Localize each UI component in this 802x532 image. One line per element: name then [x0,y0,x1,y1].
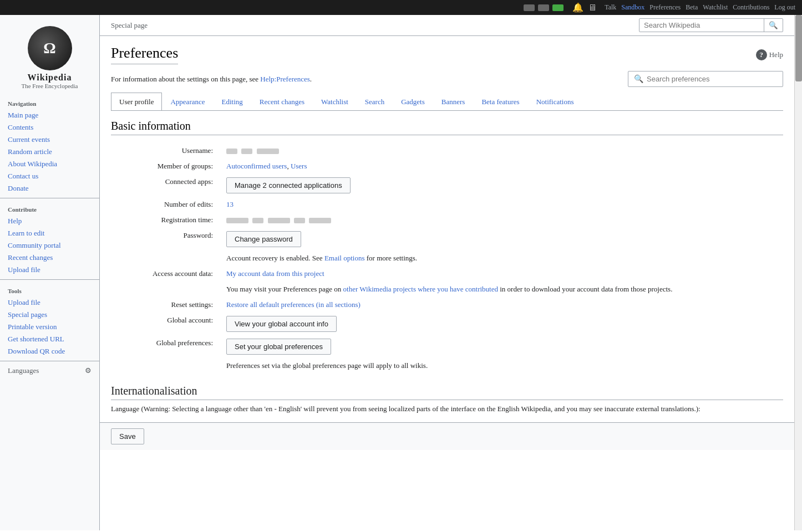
tab-beta-features[interactable]: Beta features [473,93,527,111]
sidebar-item-recent-changes[interactable]: Recent changes [0,252,99,264]
sidebar-item-donate[interactable]: Donate [0,182,99,195]
restore-defaults-link[interactable]: Restore all default preferences (in all … [226,300,361,309]
sidebar-item-main-page[interactable]: Main page [0,109,99,121]
site-search-button[interactable]: 🔍 [764,19,783,32]
main-panel: Basic information Username: Member of gr… [100,111,794,422]
sidebar-item-short-url[interactable]: Get shortened URL [0,333,99,345]
tab-search[interactable]: Search [357,93,393,111]
redacted-reg-2 [252,218,263,223]
pref-search: 🔍 [628,71,783,87]
sandbox-link[interactable]: Sandbox [621,3,644,11]
sidebar-item-printable[interactable]: Printable version [0,321,99,333]
sidebar-item-upload[interactable]: Upload file [0,264,99,276]
logo-symbol: Ω [43,39,55,57]
preferences-link[interactable]: Preferences [649,3,681,11]
sidebar: Ω Wikipedia The Free Encyclopedia Naviga… [0,15,100,530]
logout-link[interactable]: Log out [774,3,795,11]
sidebar-item-qr-code[interactable]: Download QR code [0,345,99,357]
email-options-link[interactable]: Email options [324,254,365,262]
account-recovery-row: Account recovery is enabled. See Email o… [111,250,783,266]
navigation-section: Navigation Main page Contents Current ev… [0,98,99,195]
navigation-title: Navigation [0,98,99,109]
languages-row: Languages ⚙ [0,365,99,377]
sidebar-item-random-article[interactable]: Random article [0,146,99,158]
page-title: Preferences [111,45,178,64]
redacted-reg-1 [226,218,248,223]
contribute-section: Contribute Help Learn to edit Community … [0,204,99,276]
sidebar-item-about[interactable]: About Wikipedia [0,158,99,170]
scrollbar-thumb[interactable] [795,15,802,81]
gear-icon[interactable]: ⚙ [85,366,92,375]
redacted-username-2 [241,149,252,154]
contributions-link[interactable]: Contributions [733,3,769,11]
global-account-row: Global account: View your global account… [111,313,783,335]
tools-section: Tools Upload file Special pages Printabl… [0,285,99,357]
edits-link[interactable]: 13 [226,200,234,208]
watchlist-link[interactable]: Watchlist [703,3,728,11]
content: Special page 🔍 Preferences ? Help For in… [100,15,794,530]
edits-label: Number of edits: [111,197,222,212]
scrollbar-area[interactable] [794,15,802,530]
pref-info-text: For information about the settings on th… [111,75,312,84]
content-top: Special page 🔍 [100,15,794,36]
top-links: Talk Sandbox Preferences Beta Watchlist … [601,3,795,12]
edits-value: 13 [222,197,783,212]
sidebar-item-contact[interactable]: Contact us [0,170,99,182]
bell-icon[interactable]: 🔔 [572,2,583,13]
password-row: Password: Change password [111,228,783,250]
connected-apps-row: Connected apps: Manage 2 connected appli… [111,174,783,197]
logo-circle: Ω [28,26,72,70]
wikimedia-note: You may visit your Preferences page on o… [222,282,783,297]
layout: Ω Wikipedia The Free Encyclopedia Naviga… [0,15,802,530]
save-button[interactable]: Save [111,428,144,444]
change-password-button[interactable]: Change password [226,231,301,247]
beta-link[interactable]: Beta [686,3,698,11]
redacted-username-1 [226,149,237,154]
global-prefs-button[interactable]: Set your global preferences [226,339,331,355]
tab-editing[interactable]: Editing [214,93,251,111]
sidebar-item-community[interactable]: Community portal [0,239,99,252]
monitor-icon[interactable]: 🖥 [588,3,597,13]
sidebar-divider-2 [0,279,99,280]
tabs: User profile Appearance Editing Recent c… [111,93,783,111]
global-prefs-note: Preferences set via the global preferenc… [222,358,783,374]
reset-label: Reset settings: [111,297,222,313]
pref-search-input[interactable] [647,75,777,83]
users-link[interactable]: Users [291,162,307,170]
tab-watchlist[interactable]: Watchlist [313,93,357,111]
languages-label: Languages [8,366,39,375]
language-warning: Language (Warning: Selecting a language … [111,405,783,413]
sidebar-item-help[interactable]: Help [0,215,99,227]
manage-apps-button[interactable]: Manage 2 connected applications [226,177,351,193]
basic-info-heading: Basic information [111,120,783,135]
tab-gadgets[interactable]: Gadgets [393,93,433,111]
tab-notifications[interactable]: Notifications [528,93,582,111]
sidebar-item-learn-edit[interactable]: Learn to edit [0,227,99,239]
sidebar-item-upload-file[interactable]: Upload file [0,296,99,309]
global-account-button[interactable]: View your global account info [226,316,337,332]
wikimedia-note-label-empty [111,282,222,297]
reset-value: Restore all default preferences (in all … [222,297,783,313]
sidebar-item-contents[interactable]: Contents [0,121,99,134]
tab-banners[interactable]: Banners [433,93,474,111]
my-account-data-link[interactable]: My account data from this project [226,269,324,278]
wikimedia-projects-link[interactable]: other Wikimedia projects where you have … [343,285,498,293]
talk-link[interactable]: Talk [605,3,616,11]
groups-label: Member of groups: [111,158,222,174]
pref-info-link[interactable]: Help:Preferences [260,75,310,83]
redacted-username-3 [257,149,279,154]
groups-value: Autoconfirmed users, Users [222,158,783,174]
tab-user-profile[interactable]: User profile [111,93,162,111]
site-search-input[interactable] [639,19,764,32]
tab-appearance[interactable]: Appearance [162,93,213,111]
global-account-label: Global account: [111,313,222,335]
access-account-row: Access account data: My account data fro… [111,266,783,282]
autoconfirmed-link[interactable]: Autoconfirmed users [226,162,287,170]
contribute-title: Contribute [0,204,99,215]
global-prefs-label: Global preferences: [111,335,222,358]
sidebar-item-special-pages[interactable]: Special pages [0,309,99,321]
help-badge[interactable]: ? Help [756,49,783,60]
registration-label: Registration time: [111,212,222,228]
tab-recent-changes[interactable]: Recent changes [251,93,313,111]
sidebar-item-current-events[interactable]: Current events [0,134,99,146]
